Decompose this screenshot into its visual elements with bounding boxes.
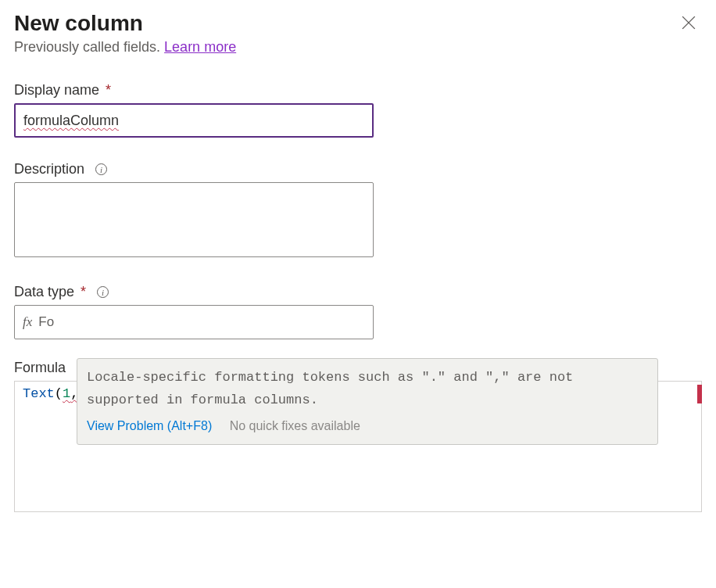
no-fixes-text: No quick fixes available (230, 419, 360, 432)
data-type-select[interactable]: fx Fo (14, 305, 374, 339)
error-tooltip: Locale-specific formatting tokens such a… (77, 358, 658, 445)
subtitle-text: Previously called fields. (14, 39, 164, 55)
data-type-value: Fo (38, 314, 54, 330)
tooltip-message: Locale-specific formatting tokens such a… (87, 367, 648, 412)
view-problem-link[interactable]: View Problem (Alt+F8) (87, 419, 212, 432)
panel-subtitle: Previously called fields. Learn more (14, 39, 236, 56)
display-name-label: Display name * (14, 82, 702, 99)
formula-token-fn: Text (23, 386, 55, 401)
description-label: Description i (14, 161, 702, 177)
display-name-input[interactable]: formulaColumn (14, 103, 374, 138)
panel-title: New column (14, 11, 236, 36)
required-marker: * (81, 284, 86, 300)
fx-icon: fx (23, 314, 32, 330)
formula-token-num: 1 (63, 386, 70, 401)
info-icon[interactable]: i (97, 286, 109, 298)
display-name-value: formulaColumn (23, 113, 119, 129)
close-icon (682, 16, 696, 30)
formula-token-open: ( (55, 386, 63, 401)
formula-label-text: Formula (14, 360, 66, 376)
error-marker (697, 385, 702, 403)
close-button[interactable] (682, 16, 697, 31)
data-type-label: Data type * i (14, 284, 702, 300)
description-label-text: Description (14, 161, 84, 177)
data-type-label-text: Data type (14, 284, 74, 300)
learn-more-link[interactable]: Learn more (164, 39, 236, 55)
display-name-label-text: Display name (14, 82, 99, 99)
info-icon[interactable]: i (95, 163, 107, 175)
required-marker: * (106, 82, 111, 99)
description-input[interactable] (14, 182, 374, 257)
